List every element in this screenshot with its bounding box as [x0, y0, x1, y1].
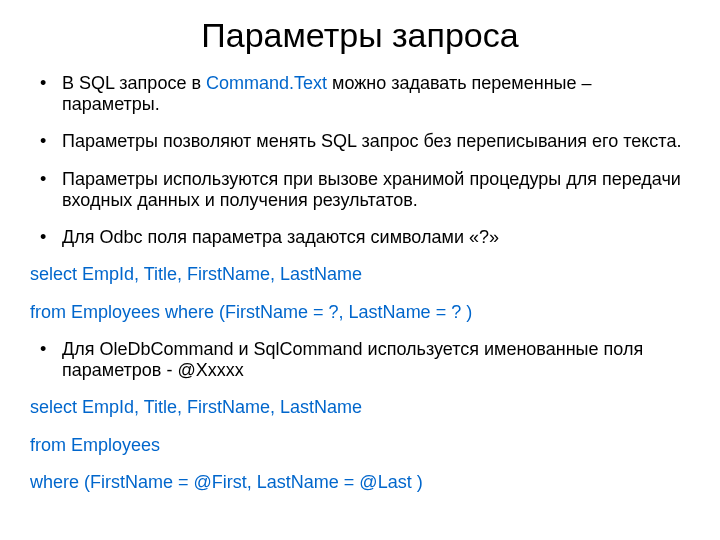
bullet-item-3: Параметры используются при вызове храним…	[30, 169, 690, 211]
text-fragment: Параметры используются при вызове храним…	[62, 169, 681, 210]
code-line: where (FirstName = @First, LastName = @L…	[30, 472, 690, 493]
code-line: select EmpId, Title, FirstName, LastName	[30, 264, 690, 285]
bullet-item-1: В SQL запросе в Command.Text можно задав…	[30, 73, 690, 115]
text-fragment: Для OleDbCommand и SqlCommand использует…	[62, 339, 643, 380]
bullet-item-2: Параметры позволяют менять SQL запрос бе…	[30, 131, 690, 152]
bullet-item-4: Для Odbc поля параметра задаются символа…	[30, 227, 690, 248]
code-line: select EmpId, Title, FirstName, LastName	[30, 397, 690, 418]
text-fragment: Параметры позволяют менять SQL запрос бе…	[62, 131, 681, 151]
text-fragment: Для Odbc поля параметра задаются символа…	[62, 227, 499, 247]
code-line: from Employees where (FirstName = ?, Las…	[30, 302, 690, 323]
text-fragment: В SQL запросе в	[62, 73, 206, 93]
page-title: Параметры запроса	[30, 16, 690, 55]
bullet-list: В SQL запросе в Command.Text можно задав…	[30, 73, 690, 493]
bullet-item-5: Для OleDbCommand и SqlCommand использует…	[30, 339, 690, 381]
code-line: from Employees	[30, 435, 690, 456]
slide: Параметры запроса В SQL запросе в Comman…	[0, 0, 720, 540]
inline-code: Command.Text	[206, 73, 327, 93]
